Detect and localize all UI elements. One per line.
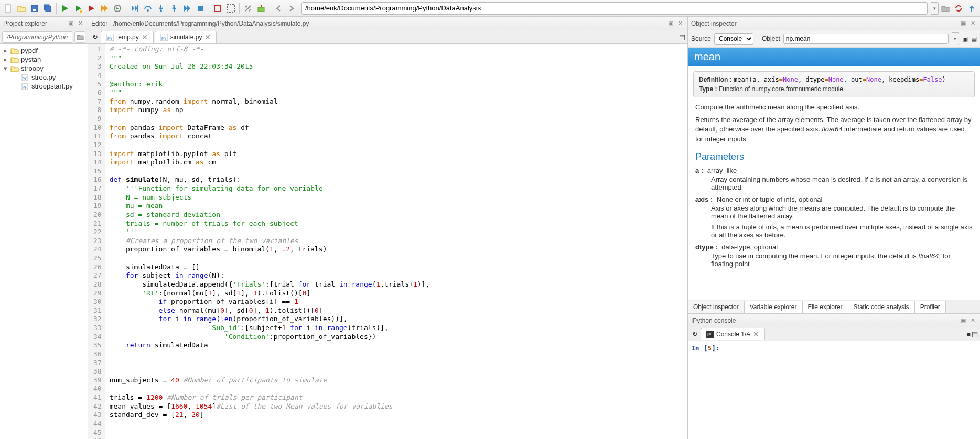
doc-para: Compute the arithmetic mean along the sp… [695, 103, 973, 112]
tree-folder[interactable]: ▸pypdf [0, 46, 88, 55]
preferences-icon[interactable] [242, 2, 254, 15]
working-dir-field[interactable] [305, 4, 924, 12]
sync-dir-icon[interactable] [952, 2, 965, 15]
back-icon[interactable] [272, 2, 285, 15]
source-select[interactable]: Console [714, 33, 753, 45]
tree-folder[interactable]: ▾stroopy [0, 64, 88, 73]
doc-body[interactable]: Definition : mean(a, axis=None, dtype=No… [688, 66, 980, 300]
path-dropdown-icon[interactable]: ▾ [931, 2, 939, 15]
undock-icon[interactable]: ▣ [67, 19, 75, 28]
code-editor[interactable]: 1234567891011121314151617181920212223242… [88, 44, 687, 439]
file-tree[interactable]: ▸pypdf▸pystan▾stroopypystroo.pypystroops… [0, 44, 88, 439]
run-icon[interactable] [59, 2, 71, 15]
console-tab[interactable]: IP Console 1/A ✕ [701, 328, 765, 340]
run-cell-advance-icon[interactable] [85, 2, 98, 15]
tab-simulate[interactable]: py simulate.py ✕ [155, 31, 217, 43]
debug-icon[interactable] [128, 2, 141, 15]
save-all-icon[interactable] [41, 2, 54, 15]
inspector-close-icon[interactable]: ✕ [968, 19, 977, 28]
run-cell-icon[interactable] [72, 2, 84, 15]
type-value: Function of numpy.core.fromnumeric modul… [719, 85, 843, 93]
console-tab-label: Console 1/A [716, 331, 750, 338]
line-gutter: 1234567891011121314151617181920212223242… [88, 44, 105, 439]
param-list: a : array_likeArray containing numbers w… [695, 167, 973, 268]
maximize-icon[interactable] [211, 2, 224, 15]
svg-rect-2 [33, 9, 36, 11]
python-file-icon: py [106, 34, 114, 41]
tab-object-inspector[interactable]: Object inspector [688, 301, 745, 313]
explorer-folder-icon[interactable] [74, 31, 85, 43]
step-over-icon[interactable] [142, 2, 154, 15]
explorer-crumb[interactable]: /Programming/Python [2, 31, 72, 43]
editor-undock-icon[interactable]: ▣ [666, 19, 675, 28]
inspector-options-icon[interactable]: ▤ [971, 35, 977, 42]
new-file-icon[interactable] [2, 2, 15, 15]
svg-text:py: py [161, 35, 167, 40]
svg-rect-12 [214, 5, 221, 12]
console-stop-icon[interactable]: ■ [966, 330, 971, 338]
forward-icon[interactable] [285, 2, 298, 15]
ipython-tabs: ↻ IP Console 1/A ✕ ■ ▤ [688, 327, 980, 341]
ipython-undock-icon[interactable]: ▣ [959, 316, 967, 325]
object-dropdown-icon[interactable]: ▾ [952, 32, 959, 45]
tree-label: stroopy [21, 64, 44, 72]
inspector-undock-icon[interactable]: ▣ [959, 19, 967, 28]
object-input[interactable] [783, 34, 949, 44]
doc-title: mean [688, 48, 980, 66]
svg-text:py: py [23, 76, 27, 80]
explorer-header: Project explorer ▣ ✕ [0, 17, 88, 30]
close-panel-icon[interactable]: ✕ [76, 19, 84, 28]
tree-folder[interactable]: ▸pystan [0, 55, 88, 64]
open-file-icon[interactable] [15, 2, 28, 15]
explorer-crumbbar: /Programming/Python [0, 30, 88, 44]
folder-icon [10, 65, 19, 72]
console-body[interactable]: In [5]: [688, 341, 980, 439]
inspector-lock-icon[interactable]: ▣ [962, 35, 968, 42]
tree-file[interactable]: pystroo.py [0, 73, 88, 82]
tab-temp[interactable]: py temp.py ✕ [101, 31, 154, 43]
svg-rect-13 [227, 5, 234, 12]
close-tab-icon[interactable]: ✕ [142, 33, 148, 41]
svg-rect-4 [46, 6, 51, 12]
doc-para: Returns the average of the array element… [695, 115, 973, 144]
close-tab-icon[interactable]: ✕ [204, 33, 211, 41]
console-options-icon[interactable]: ▤ [972, 330, 978, 338]
editor-options-icon[interactable]: ▤ [679, 33, 685, 41]
continue-icon[interactable] [181, 2, 193, 15]
input-prompt: In [5]: [691, 344, 720, 352]
code-area[interactable]: # -*- coding: utf-8 -*-"""Created on Sun… [105, 44, 434, 439]
step-out-icon[interactable] [168, 2, 180, 15]
svg-rect-0 [5, 5, 10, 12]
save-icon[interactable] [28, 2, 41, 15]
type-label: Type : [699, 85, 717, 93]
tab-file-explorer[interactable]: File explorer [803, 301, 848, 313]
browse-dir-icon[interactable] [939, 2, 952, 15]
parent-dir-icon[interactable] [965, 2, 978, 15]
debug-config-icon[interactable] [111, 2, 124, 15]
pythonpath-icon[interactable] [255, 2, 267, 15]
tab-static-analysis[interactable]: Static code analysis [848, 301, 915, 313]
right-bottom-tabs: Object inspector Variable explorer File … [688, 300, 980, 313]
step-into-icon[interactable] [155, 2, 167, 15]
tab-variable-explorer[interactable]: Variable explorer [745, 301, 803, 313]
editor-close-icon[interactable]: ✕ [676, 19, 684, 28]
svg-rect-14 [258, 7, 264, 12]
console-list-icon[interactable]: ↻ [690, 328, 699, 341]
working-dir-input[interactable] [301, 2, 928, 15]
def-signature: mean(a, axis=None, dtype=None, out=None,… [734, 76, 946, 83]
run-selection-icon[interactable] [98, 2, 111, 15]
close-console-icon[interactable]: ✕ [753, 330, 759, 338]
tab-profiler[interactable]: Profiler [915, 301, 946, 313]
tree-label: pypdf [21, 47, 38, 54]
tree-file[interactable]: pystroopstart.py [0, 82, 88, 91]
svg-text:py: py [107, 35, 113, 40]
fullscreen-icon[interactable] [224, 2, 237, 15]
file-icon: py [21, 74, 29, 81]
tab-list-icon[interactable]: ↻ [90, 31, 100, 43]
svg-point-10 [173, 5, 175, 7]
def-label: Definition : [699, 76, 732, 83]
ipython-close-icon[interactable]: ✕ [968, 316, 977, 325]
svg-rect-5 [80, 10, 82, 13]
stop-icon[interactable] [194, 2, 207, 15]
svg-text:IP: IP [707, 332, 712, 337]
